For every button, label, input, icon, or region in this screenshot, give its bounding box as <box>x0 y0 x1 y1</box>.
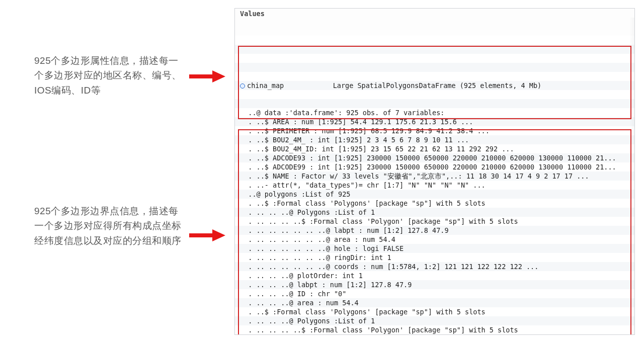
code-line: . ..$ BOU2_4M_ : int [1:925] 2 3 4 5 6 7… <box>240 135 634 144</box>
code-line: . ..$ ADCODE93 : int [1:925] 230000 1500… <box>240 153 634 162</box>
code-line: . .. .. ..@ area : num 54.4 <box>240 298 634 307</box>
panel-header-values: Values <box>235 9 634 18</box>
code-line: . ..$ NAME : Factor w/ 33 levels "安徽省","… <box>240 171 634 181</box>
code-line: . .. .. ..@ plotOrder: int 1 <box>240 271 634 280</box>
code-line: . .. .. .. ..$ :Formal class 'Polygon' [… <box>240 325 634 334</box>
code-line: . .. .. .. .. .. ..@ labpt : num [1:2] 1… <box>240 334 634 335</box>
code-line: . .. .. .. .. .. ..@ area : num 54.4 <box>240 235 634 244</box>
code-line: . .. .. .. .. .. ..@ labpt : num [1:2] 1… <box>240 226 634 235</box>
expand-toggle-icon[interactable] <box>240 83 245 89</box>
env-object-name: china_map <box>247 81 284 90</box>
code-line: . ..$ PERIMETER : num [1:925] 68.5 129.9… <box>240 126 634 135</box>
code-line: . ..$ :Formal class 'Polygons' [package … <box>240 199 634 208</box>
env-object-row[interactable]: china_map Large SpatialPolygonsDataFrame… <box>240 81 634 90</box>
code-line: . .. .. ..@ labpt : num [1:2] 127.8 47.9 <box>240 280 634 289</box>
code-line: . .. .. .. .. .. ..@ ringDir: int 1 <box>240 253 634 262</box>
code-output: china_map Large SpatialPolygonsDataFrame… <box>235 54 634 335</box>
code-line: . .. .. .. ..$ :Formal class 'Polygon' [… <box>240 217 634 226</box>
code-line: ..@ data :'data.frame': 925 obs. of 7 va… <box>240 108 634 117</box>
svg-rect-0 <box>189 74 212 78</box>
code-line: . ..$ ADCODE99 : int [1:925] 230000 1500… <box>240 162 634 171</box>
svg-marker-3 <box>212 229 225 241</box>
code-line: ..@ polygons :List of 925 <box>240 190 634 199</box>
code-line: . ..$ :Formal class 'Polygons' [package … <box>240 307 634 316</box>
r-environment-panel: Values china_map Large SpatialPolygonsDa… <box>234 8 635 335</box>
code-line: . .. .. ..@ Polygons :List of 1 <box>240 208 634 217</box>
env-object-class: Large SpatialPolygonsDataFrame (925 elem… <box>333 81 542 90</box>
arrow-icon <box>189 70 225 82</box>
code-line: . .. .. ..@ ID : chr "0" <box>240 289 634 298</box>
scrollbar[interactable] <box>629 18 634 335</box>
env-object-spacer <box>284 81 333 90</box>
code-line: . .. .. .. .. .. ..@ coords : num [1:578… <box>240 262 634 271</box>
annotation-polygon-info: 925个多边形边界点信息，描述每一个多边形对应得所有构成点坐标经纬度信息以及对应… <box>34 204 185 248</box>
annotation-attribute-info: 925个多边形属性信息，描述每一个多边形对应的地区名称、编号、IOS编码、ID等 <box>34 53 185 98</box>
arrow-icon <box>189 229 225 241</box>
svg-marker-1 <box>212 70 225 82</box>
code-line: . .. .. .. .. .. ..@ hole : logi FALSE <box>240 244 634 253</box>
code-line: . ..- attr(*, "data_types")= chr [1:7] "… <box>240 181 634 190</box>
svg-rect-2 <box>189 233 212 237</box>
code-line: . .. .. ..@ Polygons :List of 1 <box>240 316 634 325</box>
code-line: . ..$ AREA : num [1:925] 54.4 129.1 175.… <box>240 117 634 126</box>
code-line: . ..$ BOU2_4M_ID: int [1:925] 23 15 65 2… <box>240 144 634 153</box>
